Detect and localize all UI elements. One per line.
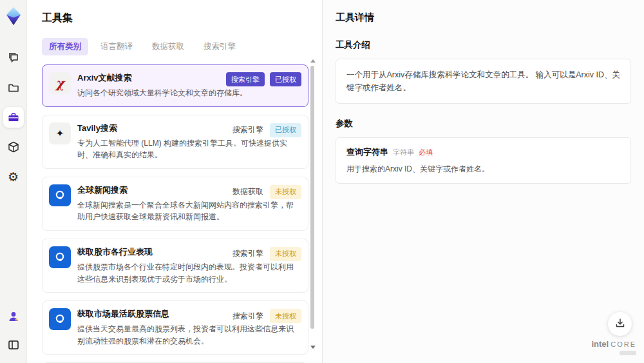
user-avatar-icon (7, 310, 20, 323)
param-name: 查询字符串 (346, 146, 388, 158)
intel-logo-text: intel (591, 340, 609, 349)
tool-card-tavily[interactable]: ✦ Tavily搜索 专为人工智能代理 (LLM) 构建的搜索引擎工具。可快速提… (42, 115, 308, 169)
chat-icon (7, 52, 20, 64)
param-required-badge: 必填 (419, 148, 433, 157)
category-tabs: 所有类别 语言翻译 数据获取 搜索引擎 (42, 38, 322, 55)
page-title: 工具集 (42, 12, 322, 25)
app-logo-icon (5, 6, 23, 26)
intro-text: 一个用于从Arxiv存储库搜索科学论文和文章的工具。 输入可以是Arxiv ID… (336, 59, 631, 104)
tab-data-fetch[interactable]: 数据获取 (145, 38, 191, 55)
collapse-panel-button[interactable] (3, 335, 24, 355)
nav-models-button[interactable] (3, 137, 24, 157)
param-type: 字符串 (393, 148, 414, 157)
category-badge: 搜索引擎 (231, 123, 265, 138)
category-badge: 搜索引擎 (231, 308, 265, 324)
tool-list: χ Arxiv文献搜索 访问各个研究领域大量科学论文和文章的存储库。 搜索引擎 … (42, 64, 308, 363)
nav-chat-button[interactable] (3, 48, 24, 68)
tool-detail-panel: 工具详情 工具介绍 一个用于从Arxiv存储库搜索科学论文和文章的工具。 输入可… (322, 0, 644, 363)
user-account-button[interactable] (3, 306, 24, 327)
tool-desc: 访问各个研究领域大量科学论文和文章的存储库。 (77, 87, 300, 99)
nav-files-button[interactable] (3, 77, 24, 98)
gear-icon: ⚙ (8, 171, 19, 183)
arxiv-logo-icon: χ (49, 72, 71, 94)
scrollbar-thumb[interactable] (310, 66, 314, 329)
intel-core-watermark: intel CORE (591, 340, 636, 355)
tool-list-panel: 工具集 所有类别 语言翻译 数据获取 搜索引擎 χ Arxiv文献搜索 访问各个… (27, 0, 322, 363)
tab-translation[interactable]: 语言翻译 (93, 38, 140, 55)
nav-settings-button[interactable]: ⚙ (3, 166, 24, 187)
scroll-down-arrow-icon[interactable] (310, 346, 316, 349)
market-data-logo-icon (49, 308, 71, 330)
scroll-up-arrow-icon[interactable] (310, 59, 316, 63)
download-button[interactable] (608, 312, 632, 336)
status-badge: 已授权 (270, 72, 301, 86)
tool-desc: 提供当天交易量最高的股票列表，投资者可以利用这些信息来识别流动性强的股票和潜在的… (77, 323, 300, 347)
nav-toolbox-button[interactable] (3, 107, 24, 128)
folder-icon (7, 81, 20, 94)
tab-all-categories[interactable]: 所有类别 (42, 38, 88, 55)
param-desc: 用于搜索的Arxiv ID、关键字或作者姓名。 (346, 164, 620, 175)
list-scrollbar[interactable] (310, 58, 315, 362)
tool-card-global-news[interactable]: 全球新闻搜索 全球新闻搜索是一个聚合全球各大新闻网站内容的搜索引擎，帮助用户快速… (42, 177, 308, 231)
category-badge: 搜索引擎 (231, 246, 265, 262)
market-data-logo-icon (49, 246, 71, 268)
tool-desc: 专为人工智能代理 (LLM) 构建的搜索引擎工具。可快速提供实时、准确和真实的结… (77, 137, 300, 161)
panel-layout-icon (7, 338, 20, 351)
detail-title: 工具详情 (336, 12, 631, 24)
category-badge: 数据获取 (231, 184, 265, 200)
tab-search-engine[interactable]: 搜索引擎 (196, 38, 243, 55)
params-heading: 参数 (336, 118, 631, 130)
status-badge: 未授权 (270, 247, 301, 261)
watermark-subtext-bar (620, 351, 636, 355)
download-icon (614, 317, 626, 331)
tool-card-sector-performance[interactable]: 获取股市各行业表现 提供股票市场各个行业在特定时间段内的表现。投资者可以利用这些… (42, 239, 308, 293)
tool-desc: 全球新闻搜索是一个聚合全球各大新闻网站内容的搜索引擎，帮助用户快速获取全球最新资… (77, 199, 300, 223)
status-badge: 未授权 (270, 185, 301, 199)
tool-desc: 提供股票市场各个行业在特定时间段内的表现。投资者可以利用这些信息来识别表现优于或… (77, 261, 300, 285)
briefcase-icon (7, 111, 20, 124)
tool-card-arxiv[interactable]: χ Arxiv文献搜索 访问各个研究领域大量科学论文和文章的存储库。 搜索引擎 … (42, 64, 308, 107)
status-badge: 已授权 (270, 123, 301, 137)
intro-heading: 工具介绍 (336, 39, 631, 51)
tavily-logo-icon: ✦ (49, 123, 71, 144)
tool-card-active-stocks[interactable]: 获取市场最活跃股票信息 提供当天交易量最高的股票列表，投资者可以利用这些信息来识… (42, 300, 308, 355)
parameter-card: 查询字符串 字符串 必填 用于搜索的Arxiv ID、关键字或作者姓名。 (336, 137, 631, 184)
news-search-logo-icon (49, 184, 71, 206)
core-logo-text: CORE (611, 340, 636, 348)
cube-icon (7, 141, 20, 153)
category-badge: 搜索引擎 (226, 72, 265, 86)
status-badge: 未授权 (270, 309, 301, 323)
left-nav-rail: ⚙ (0, 0, 27, 363)
